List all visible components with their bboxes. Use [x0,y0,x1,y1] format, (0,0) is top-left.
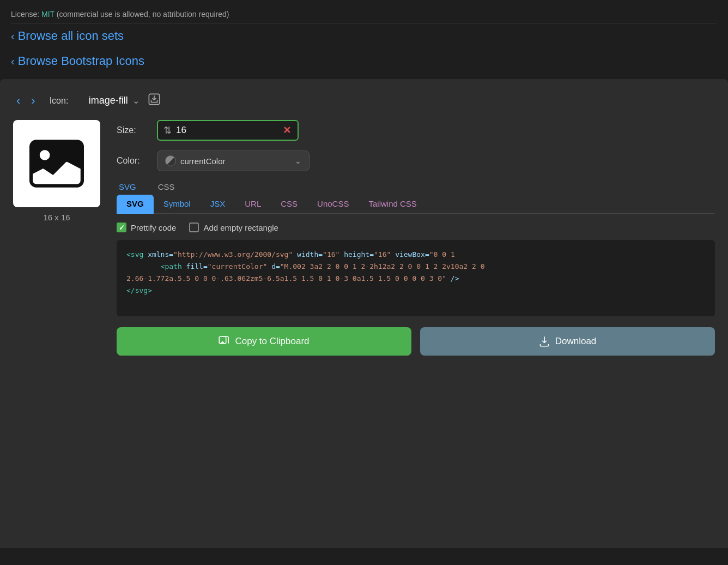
size-clear-button[interactable]: ✕ [282,124,292,136]
color-select-dropdown[interactable]: currentColor ⌄ [157,151,310,171]
size-input-wrapper: ⇅ ✕ [157,120,299,141]
empty-rect-label: Add empty rectangle [203,223,278,232]
empty-rect-checkbox-item[interactable]: Add empty rectangle [189,223,278,232]
color-value-text: currentColor [180,157,226,166]
license-bar: License: MIT (commercial use is allowed,… [11,5,717,23]
copy-to-clipboard-button[interactable]: Copy to Clipboard [117,327,411,356]
size-input[interactable] [176,125,277,136]
size-control-row: Size: ⇅ ✕ [117,120,715,141]
tabs-top-row: SVG CSS [117,182,715,194]
download-icon [539,336,550,347]
content-area: 16 x 16 Size: ⇅ ✕ Color: currentColor [13,120,715,356]
icon-label: Icon: [50,96,82,106]
size-arrows-icon[interactable]: ⇅ [163,124,172,136]
icon-label-row: Icon: image-fill ⌄ [50,92,715,109]
browse-bootstrap-label: Browse Bootstrap Icons [18,54,144,68]
copy-icon [219,336,229,347]
prettify-checkbox-item[interactable]: ✓ Prettify code [117,223,176,232]
color-swatch-icon [165,155,176,166]
tab-css[interactable]: CSS [271,195,307,214]
checkmark-icon: ✓ [119,224,125,232]
controls-column: Size: ⇅ ✕ Color: currentColor ⌄ [117,120,715,356]
empty-rect-checkbox[interactable] [189,223,199,232]
options-row: ✓ Prettify code Add empty rectangle [117,223,715,232]
tab-url[interactable]: URL [235,195,271,214]
icon-preview-column: 16 x 16 [13,120,100,356]
copy-button-label: Copy to Clipboard [235,336,309,347]
icon-preview-box [13,120,100,207]
nav-arrows: ‹ › [13,93,39,109]
icon-name-dropdown[interactable]: image-fill ⌄ [89,95,139,106]
size-label: Size: [117,125,149,135]
color-control-row: Color: currentColor ⌄ [117,151,715,171]
dropdown-chevron-icon: ⌄ [132,95,139,106]
icon-size-label: 16 x 16 [43,213,70,222]
tab-unocss[interactable]: UnoCSS [307,195,359,214]
prev-icon-button[interactable]: ‹ [13,93,23,109]
tab-symbol[interactable]: Symbol [154,195,201,214]
browse-all-label: Browse all icon sets [18,29,124,43]
prettify-label: Prettify code [131,223,176,232]
code-block: <svg xmlns="http://www.w3.org/2000/svg" … [117,240,715,316]
color-label: Color: [117,156,149,166]
export-icon-button[interactable] [146,92,162,109]
download-button[interactable]: Download [420,327,715,356]
icon-name-text: image-fill [89,95,128,106]
icon-header: ‹ › Icon: image-fill ⌄ [13,92,715,109]
next-icon-button[interactable]: › [28,93,38,109]
prettify-checkbox[interactable]: ✓ [117,223,126,232]
tab-tailwind[interactable]: Tailwind CSS [359,195,426,214]
tab-top-css[interactable]: CSS [158,182,175,194]
tabs-section: SVG CSS SVG Symbol JSX URL CSS UnoCSS Ta… [117,182,715,356]
download-button-label: Download [555,336,597,347]
action-buttons: Copy to Clipboard Download [117,327,715,356]
tabs-bottom-row: SVG Symbol JSX URL CSS UnoCSS Tailwind C… [117,195,715,214]
browse-all-link[interactable]: ‹ Browse all icon sets [11,23,717,49]
chevron-left-icon-2: ‹ [11,55,15,68]
browse-bootstrap-link[interactable]: ‹ Browse Bootstrap Icons [11,49,717,74]
license-suffix: (commercial use is allowed, no attributi… [57,10,229,19]
main-panel: ‹ › Icon: image-fill ⌄ [0,79,728,548]
license-prefix: License: [11,10,39,19]
tab-top-svg[interactable]: SVG [119,182,136,194]
chevron-left-icon: ‹ [11,30,15,43]
tab-svg[interactable]: SVG [117,195,154,214]
color-chevron-icon: ⌄ [295,157,301,165]
tab-jsx[interactable]: JSX [201,195,235,214]
license-type: MIT [41,10,54,19]
